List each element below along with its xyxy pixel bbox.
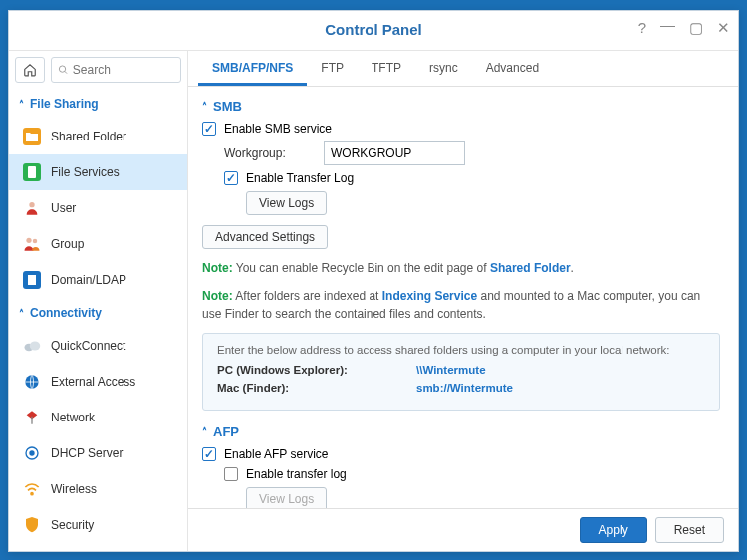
close-icon[interactable]: ✕ bbox=[717, 19, 730, 37]
section-connectivity[interactable]: ˄ Connectivity bbox=[9, 298, 187, 328]
sidebar-item-external-access[interactable]: External Access bbox=[9, 364, 187, 400]
quickconnect-icon bbox=[23, 337, 41, 355]
svg-rect-6 bbox=[28, 275, 36, 285]
settings-pane[interactable]: ˄ SMB Enable SMB service Workgroup: Enab… bbox=[188, 87, 738, 508]
titlebar: Control Panel ? — ▢ ✕ bbox=[9, 11, 738, 51]
sidebar-item-wireless[interactable]: Wireless bbox=[9, 471, 187, 507]
dhcp-icon bbox=[23, 444, 41, 462]
sidebar-item-user[interactable]: User bbox=[9, 190, 187, 226]
sidebar-item-domain-ldap[interactable]: Domain/LDAP bbox=[9, 262, 187, 298]
sidebar-item-group[interactable]: Group bbox=[9, 226, 187, 262]
svg-point-11 bbox=[29, 450, 34, 455]
smb-note-recycle-bin: Note: You can enable Recycle Bin on the … bbox=[202, 259, 720, 277]
footer: Apply Reset bbox=[188, 508, 738, 551]
checkbox-icon bbox=[224, 171, 238, 185]
tab-tftp[interactable]: TFTP bbox=[358, 53, 415, 86]
tab-smb-afp-nfs[interactable]: SMB/AFP/NFS bbox=[198, 53, 307, 86]
checkbox-icon bbox=[202, 447, 216, 461]
pc-address-value: \\Wintermute bbox=[416, 364, 486, 376]
mac-address-label: Mac (Finder): bbox=[217, 382, 416, 394]
smb-section-header[interactable]: ˄ SMB bbox=[202, 99, 720, 114]
indexing-service-link[interactable]: Indexing Service bbox=[382, 289, 477, 303]
address-hint: Enter the below address to access shared… bbox=[217, 344, 705, 356]
shared-folder-icon bbox=[23, 128, 41, 145]
mac-address-value: smb://Wintermute bbox=[416, 382, 513, 394]
workgroup-label: Workgroup: bbox=[224, 146, 324, 160]
section-system[interactable]: ˄ System bbox=[9, 543, 187, 551]
checkbox-icon bbox=[202, 122, 216, 136]
workgroup-input[interactable] bbox=[324, 141, 465, 165]
home-button[interactable] bbox=[15, 57, 45, 83]
svg-point-0 bbox=[59, 66, 65, 72]
sidebar-item-security[interactable]: Security bbox=[9, 507, 187, 543]
maximize-icon[interactable]: ▢ bbox=[689, 19, 703, 37]
sidebar-item-dhcp-server[interactable]: DHCP Server bbox=[9, 435, 187, 471]
pc-address-label: PC (Windows Explorer): bbox=[217, 364, 416, 376]
window-controls: ? — ▢ ✕ bbox=[638, 19, 730, 37]
reset-button[interactable]: Reset bbox=[655, 517, 724, 543]
apply-button[interactable]: Apply bbox=[580, 517, 647, 543]
chevron-up-icon: ˄ bbox=[19, 99, 24, 110]
svg-rect-2 bbox=[28, 166, 36, 178]
svg-point-8 bbox=[30, 342, 41, 351]
shared-folder-link[interactable]: Shared Folder bbox=[490, 261, 571, 275]
tab-advanced[interactable]: Advanced bbox=[472, 53, 553, 86]
network-address-box: Enter the below address to access shared… bbox=[202, 333, 720, 411]
smb-advanced-settings-button[interactable]: Advanced Settings bbox=[202, 225, 328, 249]
tab-ftp[interactable]: FTP bbox=[307, 53, 358, 86]
svg-line-1 bbox=[65, 71, 67, 73]
sidebar-item-quickconnect[interactable]: QuickConnect bbox=[9, 328, 187, 364]
svg-point-3 bbox=[29, 202, 34, 207]
content-area: SMB/AFP/NFS FTP TFTP rsync Advanced ˄ SM… bbox=[188, 51, 738, 551]
enable-transfer-log-checkbox[interactable]: Enable Transfer Log bbox=[224, 171, 720, 185]
svg-point-12 bbox=[31, 493, 33, 495]
wifi-icon bbox=[23, 480, 41, 498]
svg-point-5 bbox=[33, 239, 38, 244]
search-input[interactable] bbox=[69, 63, 174, 77]
checkbox-icon bbox=[224, 467, 238, 481]
search-icon bbox=[58, 64, 69, 76]
globe-icon bbox=[23, 373, 41, 391]
user-icon bbox=[23, 199, 41, 217]
afp-section-header[interactable]: ˄ AFP bbox=[202, 424, 720, 439]
group-icon bbox=[23, 235, 41, 253]
home-icon bbox=[23, 63, 37, 77]
afp-view-logs-button[interactable]: View Logs bbox=[246, 487, 327, 508]
enable-afp-checkbox[interactable]: Enable AFP service bbox=[202, 447, 720, 461]
sidebar-item-network[interactable]: Network bbox=[9, 400, 187, 435]
help-icon[interactable]: ? bbox=[638, 19, 646, 37]
afp-transfer-log-checkbox[interactable]: Enable transfer log bbox=[224, 467, 720, 481]
network-icon bbox=[23, 409, 41, 426]
shield-icon bbox=[23, 516, 41, 534]
search-input-wrapper[interactable] bbox=[51, 57, 181, 83]
minimize-icon[interactable]: — bbox=[660, 16, 675, 34]
smb-note-indexing: Note: After folders are indexed at Index… bbox=[202, 287, 720, 323]
chevron-up-icon: ˄ bbox=[202, 426, 207, 437]
section-file-sharing[interactable]: ˄ File Sharing bbox=[9, 89, 187, 119]
svg-point-4 bbox=[26, 238, 31, 243]
sidebar-item-shared-folder[interactable]: Shared Folder bbox=[9, 119, 187, 154]
file-services-icon bbox=[23, 163, 41, 181]
sidebar: ˄ File Sharing Shared Folder File Servic… bbox=[9, 51, 188, 551]
domain-ldap-icon bbox=[23, 271, 41, 289]
chevron-up-icon: ˄ bbox=[202, 101, 207, 112]
view-logs-button[interactable]: View Logs bbox=[246, 191, 327, 215]
tab-rsync[interactable]: rsync bbox=[415, 53, 472, 86]
sidebar-item-file-services[interactable]: File Services bbox=[9, 154, 187, 190]
window-title: Control Panel bbox=[9, 21, 738, 38]
chevron-up-icon: ˄ bbox=[19, 308, 24, 319]
control-panel-window: Control Panel ? — ▢ ✕ ˄ File Sharing bbox=[8, 10, 739, 552]
tabs: SMB/AFP/NFS FTP TFTP rsync Advanced bbox=[188, 51, 738, 87]
enable-smb-checkbox[interactable]: Enable SMB service bbox=[202, 122, 720, 136]
